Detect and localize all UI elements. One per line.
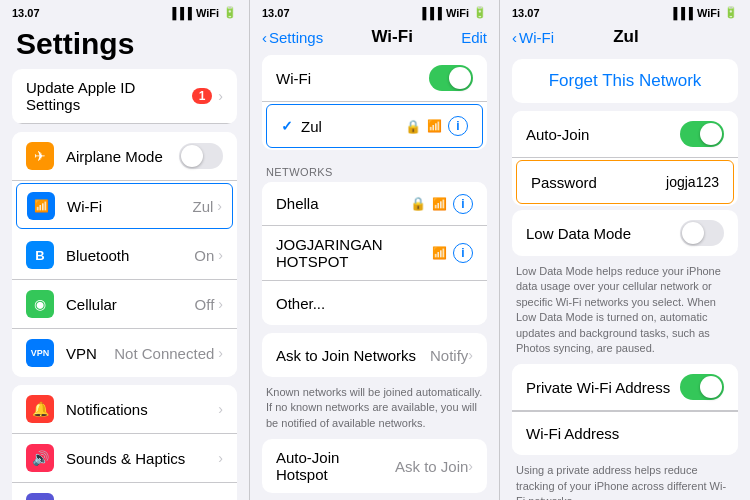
airplane-mode-row[interactable]: ✈ Airplane Mode [12,132,237,181]
battery-icon-3: 🔋 [724,6,738,19]
sounds-row[interactable]: 🔊 Sounds & Haptics › [12,434,237,483]
update-label: Update Apple ID Settings [26,79,192,113]
vpn-icon: VPN [26,339,54,367]
low-data-row[interactable]: Low Data Mode [512,210,738,256]
focus-row[interactable]: 🌙 Focus › [12,483,237,500]
other-label: Other... [276,295,473,312]
wifi-status-icon: WiFi [196,7,219,19]
auto-join-detail-toggle[interactable] [680,121,724,147]
cellular-value: Off [195,296,215,313]
jogja-info-button[interactable]: i [453,243,473,263]
zul-signal-icon: 📶 [427,119,442,133]
wifi-edit-button[interactable]: Edit [461,29,487,46]
private-wifi-toggle[interactable] [680,374,724,400]
jogja-row[interactable]: JOGJARINGAN HOTSPOT 📶 i [262,226,487,281]
bluetooth-value: On [194,247,214,264]
cellular-chevron: › [218,296,223,312]
wifi-label: Wi-Fi [67,198,192,215]
dhella-icons: 🔒 📶 i [410,194,473,214]
zul-back-button[interactable]: ‹ Wi-Fi [512,29,554,46]
zul-nav-title: Zul [613,27,639,47]
dhella-label: Dhella [276,195,410,212]
wifi-status-icon-2: WiFi [446,7,469,19]
notifications-chevron: › [218,401,223,417]
cellular-row[interactable]: ◉ Cellular Off › [12,280,237,329]
status-bar-3: 13.07 ▐▐▐ WiFi 🔋 [500,0,750,23]
dhella-info-button[interactable]: i [453,194,473,214]
zul-lock-icon: 🔒 [405,119,421,134]
battery-icon-2: 🔋 [473,6,487,19]
vpn-row[interactable]: VPN VPN Not Connected › [12,329,237,377]
settings-title: Settings [0,23,249,69]
ask-join-row[interactable]: Ask to Join Networks Notify › [262,333,487,377]
status-bar-1: 13.07 ▐▐▐ WiFi 🔋 [0,0,249,23]
low-data-toggle[interactable] [680,220,724,246]
networks-section-label: NETWORKS [250,158,499,182]
ask-join-label: Ask to Join Networks [276,347,430,364]
wifi-panel: 13.07 ▐▐▐ WiFi 🔋 ‹ Settings Wi-Fi Edit W… [250,0,500,500]
auto-join-detail-row[interactable]: Auto-Join [512,111,738,158]
private-wifi-row[interactable]: Private Wi-Fi Address [512,364,738,411]
wifi-main-toggle[interactable] [429,65,473,91]
low-data-label: Low Data Mode [526,225,631,242]
sounds-chevron: › [218,450,223,466]
wifi-address-desc: Using a private address helps reduce tra… [500,459,750,500]
status-icons-1: ▐▐▐ WiFi 🔋 [168,6,237,19]
wifi-nav-bar: ‹ Settings Wi-Fi Edit [250,23,499,55]
airplane-toggle-thumb [181,145,203,167]
private-wifi-thumb [700,376,722,398]
wifi-chevron: › [217,198,222,214]
airplane-toggle[interactable] [179,143,223,169]
dhella-row[interactable]: Dhella 🔒 📶 i [262,182,487,226]
signal-icon-3: ▐▐▐ [669,7,692,19]
wifi-toggle-thumb [449,67,471,89]
time-3: 13.07 [512,7,540,19]
vpn-value: Not Connected [114,345,214,362]
low-data-card: Low Data Mode [512,210,738,256]
wifi-address-row: Wi-Fi Address [512,411,738,455]
airplane-label: Airplane Mode [66,148,179,165]
wifi-toggle-row[interactable]: Wi-Fi [262,55,487,102]
battery-icon: 🔋 [223,6,237,19]
wifi-row[interactable]: 📶 Wi-Fi Zul › [16,183,233,229]
zul-nav-bar: ‹ Wi-Fi Zul [500,23,750,55]
wifi-zul-row[interactable]: ✓ Zul 🔒 📶 i [266,104,483,148]
wifi-scroll: Wi-Fi ✓ Zul 🔒 📶 i NETWORKS [250,55,499,500]
low-data-thumb [682,222,704,244]
wifi-back-button[interactable]: ‹ Settings [262,29,323,46]
cellular-icon: ◉ [26,290,54,318]
update-badge: 1 [192,88,213,104]
wifi-check-icon: ✓ [281,118,293,134]
cellular-label: Cellular [66,296,195,313]
bluetooth-row[interactable]: B Bluetooth On › [12,231,237,280]
status-icons-3: ▐▐▐ WiFi 🔋 [669,6,738,19]
password-row[interactable]: Password jogja123 [516,160,734,204]
bluetooth-label: Bluetooth [66,247,194,264]
dhella-lock-icon: 🔒 [410,196,426,211]
forget-network-button[interactable]: Forget This Network [512,59,738,103]
ask-join-desc: Known networks will be joined automatica… [250,381,499,439]
other-row[interactable]: Other... [262,281,487,325]
zul-back-label: Wi-Fi [519,29,554,46]
bluetooth-icon: B [26,241,54,269]
zul-info-button[interactable]: i [448,116,468,136]
vpn-chevron: › [218,345,223,361]
zul-detail-panel: 13.07 ▐▐▐ WiFi 🔋 ‹ Wi-Fi Zul Forget This… [500,0,750,500]
networks-card: Dhella 🔒 📶 i JOGJARINGAN HOTSPOT 📶 i [262,182,487,325]
ask-join-chevron: › [468,347,473,363]
update-chevron: › [218,88,223,104]
settings-scroll: Update Apple ID Settings 1 › ✈ Airplane … [0,69,249,500]
update-row[interactable]: Update Apple ID Settings 1 › [12,69,237,124]
update-card: Update Apple ID Settings 1 › [12,69,237,124]
wifi-zul-label: Zul [301,118,405,135]
signal-icon: ▐▐▐ [168,7,191,19]
auto-join-chevron: › [468,458,473,474]
ask-join-value: Notify [430,347,468,364]
wifi-zul-icons: 🔒 📶 i [405,116,468,136]
settings-panel: 13.07 ▐▐▐ WiFi 🔋 Settings Update Apple I… [0,0,250,500]
auto-join-row[interactable]: Auto-Join Hotspot Ask to Join › [262,439,487,493]
wifi-icon: 📶 [27,192,55,220]
notifications-row[interactable]: 🔔 Notifications › [12,385,237,434]
wifi-value: Zul [192,198,213,215]
time-1: 13.07 [12,7,40,19]
